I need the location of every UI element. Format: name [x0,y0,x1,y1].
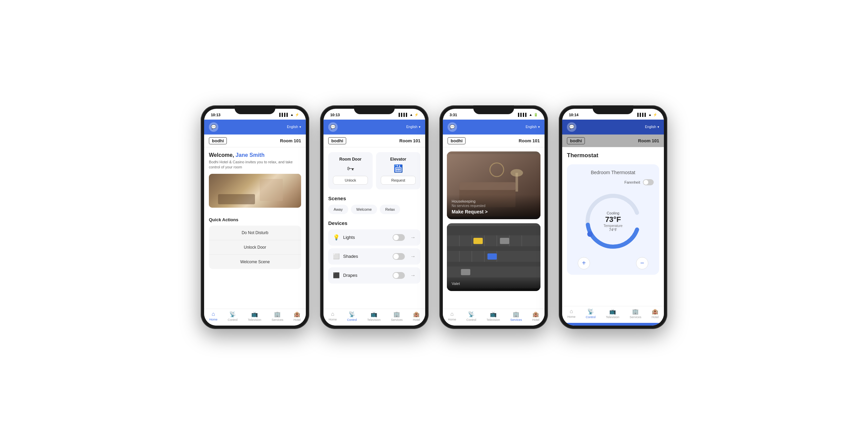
nav-services-2[interactable]: 🏢 Services [391,311,403,322]
nav-tv-label-4: Television [606,315,619,319]
hotel-icon-3: 🏨 [532,311,539,317]
shades-device[interactable]: ⬜ Shades → [328,248,420,265]
lights-toggle[interactable] [393,234,405,241]
nav-home-2[interactable]: ⌂ Home [329,311,337,321]
language-selector-1[interactable]: English ▾ [287,125,301,129]
chat-icon-3[interactable]: 💬 [448,122,457,132]
thermostat-mode: Cooling [604,211,623,215]
language-selector-4[interactable]: English ▾ [645,125,659,129]
lights-device[interactable]: 💡 Lights → [328,229,420,246]
nav-services-1[interactable]: 🏢 Services [272,311,283,322]
language-selector-2[interactable]: English ▾ [406,125,420,129]
nav-control-2[interactable]: 📡 Control [347,311,357,322]
control-content-area: Room Door 🗝 Unlock Elevator 🛗 Request Sc… [323,147,425,309]
drapes-arrow[interactable]: → [410,272,416,278]
unlock-button[interactable]: Unlock [333,176,368,185]
nav-control-1[interactable]: 📡 Control [228,311,238,322]
services-icon-2: 🏢 [393,311,400,317]
quick-actions-box: Do Not Disturb Unlock Door Welcome Scene [209,226,301,269]
request-button[interactable]: Request [381,176,416,185]
thermostat-temp-label: Temperature [604,224,623,227]
nav-control-4[interactable]: 📡 Control [586,308,596,319]
chevron-down-icon-1: ▾ [299,125,301,129]
welcome-scene[interactable]: Welcome [351,205,377,214]
nav-home-1[interactable]: ⌂ Home [209,311,217,321]
notch-4 [593,105,633,114]
do-not-disturb-button[interactable]: Do Not Disturb [209,226,301,240]
nav-hotel-4[interactable]: 🏨 Hotel [652,308,659,319]
fahrenheit-row: Farenheit [572,179,654,185]
app-header-2: 💬 English ▾ [323,120,425,135]
room-door-title: Room Door [333,157,368,162]
lights-name: Lights [343,235,389,240]
svg-point-5 [511,169,523,177]
bodhi-logo-4: bodhi [567,137,585,144]
svg-point-27 [587,231,593,237]
away-scene[interactable]: Away [328,205,348,214]
fahrenheit-label: Farenheit [625,180,640,184]
nav-control-label-4: Control [586,315,596,319]
status-icons-1: ▌▌▌▌ ▲ ⚡ [279,113,299,117]
nav-services-3[interactable]: 🏢 Services [510,311,522,322]
nav-hotel-2[interactable]: 🏨 Hotel [413,311,420,322]
welcome-scene-button[interactable]: Welcome Scene [209,255,301,269]
housekeeping-card[interactable]: Housekeeping No services requested Make … [447,151,540,219]
phone-4: 10:14 ▌▌▌▌ ▲ ⚡ 💬 English ▾ bodhi Room 10… [559,105,667,329]
scenes-title: Scenes [328,195,420,201]
fahrenheit-toggle[interactable] [643,179,654,185]
nav-home-3[interactable]: ⌂ Home [448,311,456,321]
phone-2: 10:13 ▌▌▌▌ ▲ ⚡ 💬 English ▾ bodhi Room 10… [320,105,429,329]
bottom-nav-3: ⌂ Home 📡 Control 📺 Television 🏢 Services… [443,309,545,326]
room-bar-2: bodhi Room 101 [323,135,425,147]
nav-tv-2[interactable]: 📺 Television [367,311,381,322]
nav-services-label-4: Services [630,315,642,319]
nav-services-label-1: Services [272,318,283,322]
room-number-1: Room 101 [280,138,301,143]
time-3: 3:31 [450,113,457,117]
temp-increase-button[interactable]: + [578,257,590,269]
temp-decrease-button[interactable]: − [636,257,648,269]
bottom-blue-bar [562,323,664,326]
app-header-1: 💬 English ▾ [204,120,306,135]
nav-hotel-3[interactable]: 🏨 Hotel [532,311,539,322]
quick-actions-title: Quick Actions [209,217,301,222]
control-section: Room Door 🗝 Unlock Elevator 🛗 Request Sc… [323,147,425,291]
nav-tv-4[interactable]: 📺 Television [606,308,619,319]
tv-icon-4: 📺 [609,308,616,315]
shades-arrow[interactable]: → [410,253,416,260]
welcome-section: Welcome, Jane Smith Bodhi Hotel & Casino… [204,147,306,218]
chat-icon-4[interactable]: 💬 [567,122,576,132]
lights-arrow[interactable]: → [410,234,416,241]
chat-icon-2[interactable]: 💬 [328,122,338,132]
nav-services-4[interactable]: 🏢 Services [630,308,642,319]
thermostat-card: Bedroom Thermostat Farenheit [567,164,659,275]
housekeeping-overlay: Housekeeping No services requested Make … [447,194,540,219]
nav-control-3[interactable]: 📡 Control [467,311,476,322]
nav-tv-1[interactable]: 📺 Television [248,311,261,322]
shades-toggle[interactable] [393,253,405,260]
battery-icon-1: ⚡ [295,113,299,117]
tv-icon-1: 📺 [251,311,258,317]
phone-3: 3:31 ▌▌▌▌ ▲ 🔋 💬 English ▾ bodhi Room 101 [439,105,548,329]
valet-card[interactable]: Valet [447,223,540,291]
nav-tv-3[interactable]: 📺 Television [487,311,500,322]
language-selector-3[interactable]: English ▾ [526,125,540,129]
room-bar-1: bodhi Room 101 [204,135,306,147]
nav-home-4[interactable]: ⌂ Home [567,308,575,318]
welcome-title: Welcome, Jane Smith [209,152,301,158]
nav-home-label-2: Home [329,318,337,321]
chat-icon-1[interactable]: 💬 [209,122,218,132]
language-label-4: English [645,125,656,129]
unlock-door-button[interactable]: Unlock Door [209,240,301,255]
room-number-4: Room 101 [638,138,659,143]
nav-home-label-1: Home [209,318,217,321]
wifi-icon-4: ▲ [648,113,652,117]
housekeeping-label: Housekeeping [452,199,536,203]
nav-hotel-1[interactable]: 🏨 Hotel [294,311,301,322]
drapes-toggle[interactable] [393,272,405,279]
relax-scene[interactable]: Relax [380,205,400,214]
signal-icon-1: ▌▌▌▌ [279,113,289,117]
access-grid: Room Door 🗝 Unlock Elevator 🛗 Request [328,152,420,189]
drapes-device[interactable]: ⬛ Drapes → [328,267,420,284]
housekeeping-action[interactable]: Make Request > [452,209,536,214]
